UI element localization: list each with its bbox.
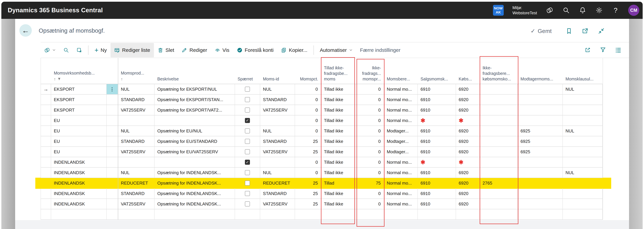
cell-descr[interactable]: Opsætning for EKSPORT/STAN... bbox=[154, 94, 235, 105]
cell-menu[interactable] bbox=[107, 178, 118, 188]
cell-nondedacct[interactable] bbox=[480, 168, 518, 178]
cell-pct[interactable]: 0 bbox=[295, 84, 321, 94]
cell-nondedpct[interactable]: 0 bbox=[356, 126, 384, 136]
filter-icon[interactable] bbox=[600, 46, 606, 54]
cell-pct[interactable]: 0 bbox=[295, 116, 321, 126]
cell-menu[interactable] bbox=[107, 94, 118, 105]
cell-sales[interactable]: 6910 bbox=[418, 188, 456, 198]
cell-descr[interactable]: Opsætning for INDENLANDSK... bbox=[154, 178, 235, 188]
cell-pct[interactable] bbox=[295, 209, 321, 220]
cell-calc[interactable]: Normal mo... bbox=[384, 116, 418, 126]
blocked-checkbox[interactable] bbox=[245, 202, 250, 206]
open-in-new-window-icon[interactable] bbox=[582, 28, 588, 35]
cell-allow[interactable]: Tillad ikke bbox=[321, 94, 356, 105]
cell-vatid[interactable]: NUL bbox=[260, 84, 295, 94]
blocked-checkbox[interactable] bbox=[245, 139, 250, 144]
cell-pct[interactable]: 25 bbox=[295, 136, 321, 146]
blocked-checkbox[interactable] bbox=[245, 170, 250, 175]
cell-nondedpct[interactable] bbox=[356, 209, 384, 220]
cell-vatid[interactable]: NUL bbox=[260, 126, 295, 136]
cell-nondedpct[interactable]: 0 bbox=[356, 199, 384, 209]
cell-vbpg[interactable]: EU bbox=[51, 147, 107, 157]
cell-descr[interactable]: Opsætning for EU/NUL bbox=[154, 126, 235, 136]
cell-blocked[interactable] bbox=[235, 199, 260, 209]
cell-selector[interactable] bbox=[41, 105, 51, 115]
cell-pct[interactable]: 0 bbox=[295, 126, 321, 136]
cell-vbpg[interactable]: INDENLANDSK bbox=[51, 168, 107, 178]
cell-selector[interactable]: → bbox=[41, 84, 51, 94]
cell-vppg[interactable]: NUL bbox=[118, 126, 154, 136]
blocked-checkbox[interactable] bbox=[245, 180, 250, 186]
cell-nondedpct[interactable]: 75 bbox=[356, 178, 384, 188]
settings-gear-icon[interactable] bbox=[595, 6, 603, 14]
column-header-allow[interactable]: Tillad ikke- fradragsbe... moms bbox=[321, 58, 356, 84]
cell-allow[interactable]: Tillad ikke bbox=[321, 136, 356, 146]
cell-sales[interactable]: 6910 bbox=[418, 168, 456, 178]
cell-vppg[interactable]: STANDARD bbox=[118, 136, 154, 146]
cell-sales[interactable]: 6910 bbox=[418, 126, 456, 136]
cell-vbpg[interactable]: EU bbox=[51, 116, 107, 126]
cell-sales[interactable]: 6910 bbox=[418, 147, 456, 157]
cell-selector[interactable] bbox=[41, 168, 51, 178]
cell-calc[interactable]: Normal mo... bbox=[384, 94, 418, 105]
cell-blocked[interactable] bbox=[235, 147, 260, 157]
cell-descr[interactable]: Opsætning for EKSPORT/NUL bbox=[154, 84, 235, 94]
cell-reverse[interactable] bbox=[518, 168, 563, 178]
cell-calc[interactable]: Normal mo... bbox=[384, 188, 418, 198]
table-row[interactable]: INDENLANDSK✓0Tillad ikke0Normal mo...✱✱ bbox=[41, 157, 603, 168]
cell-nondedpct[interactable]: 0 bbox=[356, 157, 384, 167]
copilot-menu-button[interactable] bbox=[40, 43, 60, 58]
cell-vppg[interactable]: VAT25SERV bbox=[118, 147, 154, 157]
cell-vppg[interactable]: VAT25SERV bbox=[118, 105, 154, 115]
blocked-checkbox[interactable] bbox=[245, 108, 250, 112]
fewer-settings-button[interactable]: Færre indstillinger bbox=[356, 43, 404, 58]
cell-vatid[interactable]: NUL bbox=[260, 168, 295, 178]
cell-reverse[interactable] bbox=[518, 199, 563, 209]
table-row[interactable]: INDENLANDSKREDUCERETOpsætning for INDENL… bbox=[41, 178, 603, 188]
cell-blocked[interactable] bbox=[235, 178, 260, 188]
new-button[interactable]: + Ny bbox=[91, 43, 110, 58]
cell-sales[interactable] bbox=[418, 209, 456, 220]
table-row[interactable]: EUNULOpsætning for EU/NULNUL0Tillad ikke… bbox=[41, 126, 603, 136]
cell-allow[interactable] bbox=[321, 209, 356, 220]
back-button[interactable]: ← bbox=[19, 24, 32, 37]
column-header-vatid[interactable]: Moms-id bbox=[260, 58, 295, 84]
cell-blocked[interactable] bbox=[235, 136, 260, 146]
cell-vppg[interactable]: STANDARD bbox=[118, 94, 154, 105]
cell-descr[interactable] bbox=[154, 157, 235, 167]
copy-button[interactable]: Kopier... bbox=[277, 43, 311, 58]
cell-descr[interactable]: Opsætning for INDENLANDSK... bbox=[154, 199, 235, 209]
cell-vbpg[interactable]: INDENLANDSK bbox=[51, 188, 107, 198]
cell-selector[interactable] bbox=[41, 126, 51, 136]
cell-clause[interactable]: NUL bbox=[563, 84, 603, 94]
cell-descr[interactable] bbox=[154, 116, 235, 126]
cell-menu[interactable] bbox=[107, 126, 118, 136]
table-row[interactable]: EKSPORTSTANDARDOpsætning for EKSPORT/STA… bbox=[41, 94, 603, 105]
cell-clause[interactable] bbox=[563, 136, 603, 146]
edit-button[interactable]: Rediger bbox=[178, 43, 211, 58]
copilot-icon[interactable] bbox=[546, 6, 554, 14]
cell-clause[interactable] bbox=[563, 94, 603, 105]
cell-sales[interactable]: 6910 bbox=[418, 94, 456, 105]
cell-calc[interactable]: Normal mo... bbox=[384, 199, 418, 209]
cell-sales[interactable]: 6910 bbox=[418, 84, 456, 94]
cell-vbpg[interactable]: INDENLANDSK bbox=[51, 199, 107, 209]
column-header-sales[interactable]: Salgsmomsk... bbox=[418, 58, 456, 84]
cell-allow[interactable]: Tillad ikke bbox=[321, 168, 356, 178]
cell-reverse[interactable] bbox=[518, 157, 563, 167]
cell-purch[interactable]: 6920 bbox=[456, 136, 480, 146]
cell-purch[interactable]: 6920 bbox=[456, 84, 480, 94]
cell-nondedacct[interactable] bbox=[480, 209, 518, 220]
cell-nondedpct[interactable]: 0 bbox=[356, 116, 384, 126]
cell-menu[interactable] bbox=[107, 147, 118, 157]
cell-blocked[interactable] bbox=[235, 188, 260, 198]
cell-descr[interactable]: Opsætning for EU/VAT25SERV bbox=[154, 147, 235, 157]
cell-nondedacct[interactable] bbox=[480, 199, 518, 209]
table-row[interactable]: INDENLANDSKSTANDARDOpsætning for INDENLA… bbox=[41, 188, 603, 199]
cell-blocked[interactable] bbox=[235, 84, 260, 94]
cell-menu[interactable] bbox=[107, 105, 118, 115]
cell-clause[interactable] bbox=[563, 178, 603, 188]
cell-vatid[interactable]: STANDARD bbox=[260, 136, 295, 146]
cell-selector[interactable] bbox=[41, 188, 51, 198]
cell-vbpg[interactable]: INDENLANDSK bbox=[51, 157, 107, 167]
